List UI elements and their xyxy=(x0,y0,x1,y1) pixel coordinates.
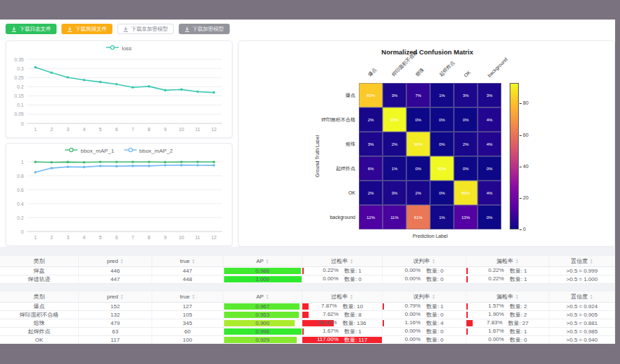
misjudge-rate-cell: 0.00%数量: 0 xyxy=(383,267,466,275)
matrix-cell: 3% xyxy=(383,83,406,107)
true-cell: 100 xyxy=(152,336,223,344)
confidence-cell: >0.5 = 1.000 xyxy=(549,275,615,283)
confidence-cell: >0.5 = 0.924 xyxy=(549,303,615,310)
ap-cell: 0.967 xyxy=(223,303,302,310)
download-icon xyxy=(11,26,17,32)
matrix-cell: 3% xyxy=(478,83,501,107)
download-plain-model-button[interactable]: 下载非加密模型 xyxy=(117,24,174,34)
matrix-cell: 2% xyxy=(406,181,430,205)
matrix-cell: 0% xyxy=(430,181,454,205)
rate-bar xyxy=(383,303,384,310)
column-header-label: 过检率 xyxy=(331,257,348,265)
svg-text:0.6: 0.6 xyxy=(17,188,24,192)
rate-bar xyxy=(466,320,473,326)
column-header-误判率[interactable]: 误判率▲▼ xyxy=(383,256,466,266)
misjudge-rate-cell: 0.79%数量: 1 xyxy=(383,303,466,310)
svg-text:4: 4 xyxy=(82,235,85,240)
legend-item-loss[interactable]: loss xyxy=(106,45,131,52)
matrix-cell: 0% xyxy=(478,156,501,181)
sort-carets-icon[interactable]: ▲▼ xyxy=(515,259,518,264)
ap-cell: 1.000 xyxy=(223,275,302,283)
miss-rate-cell: 7.83%数量: 27 xyxy=(466,319,549,327)
sort-carets-icon[interactable]: ▲▼ xyxy=(432,259,435,264)
sort-carets-icon[interactable]: ▲▼ xyxy=(432,294,435,299)
column-header-过检率[interactable]: 过检率▲▼ xyxy=(302,256,383,266)
dashboard-screen: 下载日志文件下载简报文件下载非加密模型下载加密模型 loss00.050.10.… xyxy=(0,0,620,364)
matrix-ylabel: Ground Truth Label xyxy=(315,135,320,177)
sort-carets-icon[interactable]: ▲▼ xyxy=(120,294,123,299)
ap-cell: 0.953 xyxy=(223,311,302,319)
column-header-true[interactable]: true▲▼ xyxy=(152,291,223,302)
colorbar-tick xyxy=(519,198,522,199)
matrix-cell: 6% xyxy=(359,156,383,181)
matrix-cell: 3% xyxy=(383,181,406,205)
pred-cell: 479 xyxy=(79,319,152,327)
column-header-AP[interactable]: AP▲▼ xyxy=(223,256,302,266)
svg-text:5: 5 xyxy=(99,235,102,240)
column-header-label: AP xyxy=(256,258,264,264)
sort-carets-icon[interactable]: ▲▼ xyxy=(515,294,518,299)
column-header-label: 置信度 xyxy=(571,257,588,265)
legend-item-bbox_mAP_2[interactable]: bbox_mAP_2 xyxy=(124,147,173,154)
matrix-cell: 0% xyxy=(454,156,478,181)
table-header-row: 类别pred▲▼true▲▼AP▲▼过检率▲▼误判率▲▼漏检率▲▼置信度▲▼ xyxy=(0,291,615,303)
category-cell: 爆点 xyxy=(0,303,79,310)
column-header-true[interactable]: true▲▼ xyxy=(152,256,223,266)
column-header-置信度[interactable]: 置信度▲▼ xyxy=(549,291,615,302)
button-label: 下载简报文件 xyxy=(75,26,107,33)
button-label: 下载日志文件 xyxy=(20,26,51,33)
column-header-误判率[interactable]: 误判率▲▼ xyxy=(383,291,466,302)
main-content: 下载日志文件下载简报文件下载非加密模型下载加密模型 loss00.050.10.… xyxy=(0,20,615,344)
download-encrypted-model-button[interactable]: 下载加密模型 xyxy=(179,24,230,34)
matrix-cell: 0% xyxy=(430,132,454,156)
column-header-漏检率[interactable]: 漏检率▲▼ xyxy=(466,291,549,302)
column-header-pred[interactable]: pred▲▼ xyxy=(79,291,152,302)
matrix-y-tick-label: 爆点 xyxy=(239,83,355,107)
sort-carets-icon[interactable]: ▲▼ xyxy=(192,259,195,264)
column-header-过检率[interactable]: 过检率▲▼ xyxy=(302,291,383,302)
download-report-file-button[interactable]: 下载简报文件 xyxy=(61,24,112,34)
misjudge-rate-cell: 0.00%数量: 0 xyxy=(383,336,466,344)
miss-rate-cell: 1.67%数量: 1 xyxy=(466,328,549,335)
column-header-label: true xyxy=(180,294,190,300)
rate-bar xyxy=(466,328,468,335)
matrix-x-tick-label: background xyxy=(487,56,508,78)
confidence-cell: >0.5 = 0.881 xyxy=(549,319,615,327)
svg-text:11: 11 xyxy=(195,235,200,240)
matrix-cell: 0% xyxy=(406,156,430,181)
column-header-置信度[interactable]: 置信度▲▼ xyxy=(549,256,615,266)
svg-text:0: 0 xyxy=(21,121,24,126)
legend-item-bbox_mAP_1[interactable]: bbox_mAP_1 xyxy=(65,147,114,154)
true-cell: 127 xyxy=(152,303,223,310)
svg-text:1: 1 xyxy=(21,160,24,165)
svg-text:3: 3 xyxy=(66,235,69,240)
sort-carets-icon[interactable]: ▲▼ xyxy=(192,294,195,299)
sort-carets-icon[interactable]: ▲▼ xyxy=(266,294,269,299)
misjudge-rate-cell: 0.00%数量: 0 xyxy=(383,328,466,335)
sort-carets-icon[interactable]: ▲▼ xyxy=(120,259,123,264)
download-log-file-button[interactable]: 下载日志文件 xyxy=(6,24,57,34)
svg-text:12: 12 xyxy=(211,235,216,240)
over-rate-cell: 0.22%数量: 1 xyxy=(302,267,383,275)
matrix-cell: 4% xyxy=(478,132,501,156)
sort-carets-icon[interactable]: ▲▼ xyxy=(590,259,593,264)
svg-text:1: 1 xyxy=(34,235,37,240)
sort-carets-icon[interactable]: ▲▼ xyxy=(266,259,269,264)
pred-cell: 447 xyxy=(79,275,152,283)
svg-text:0.1: 0.1 xyxy=(17,103,24,107)
matrix-x-tick-label: OK xyxy=(463,70,471,78)
pred-cell: 63 xyxy=(79,328,152,335)
sort-carets-icon[interactable]: ▲▼ xyxy=(590,294,593,299)
column-header-pred[interactable]: pred▲▼ xyxy=(79,256,152,266)
loss-chart-card: loss00.050.10.150.20.250.30.351234567891… xyxy=(6,40,232,138)
misjudge-rate-cell: 0.00%数量: 0 xyxy=(383,311,466,319)
column-header-AP[interactable]: AP▲▼ xyxy=(223,291,302,302)
category-cell: OK xyxy=(0,336,79,344)
column-header-漏检率[interactable]: 漏检率▲▼ xyxy=(466,256,549,266)
true-cell: 60 xyxy=(152,328,223,335)
svg-text:0.8: 0.8 xyxy=(17,174,24,179)
sort-carets-icon[interactable]: ▲▼ xyxy=(350,259,353,264)
table-gap xyxy=(0,284,615,291)
sort-carets-icon[interactable]: ▲▼ xyxy=(350,294,353,299)
column-header-label: 误判率 xyxy=(413,257,430,265)
